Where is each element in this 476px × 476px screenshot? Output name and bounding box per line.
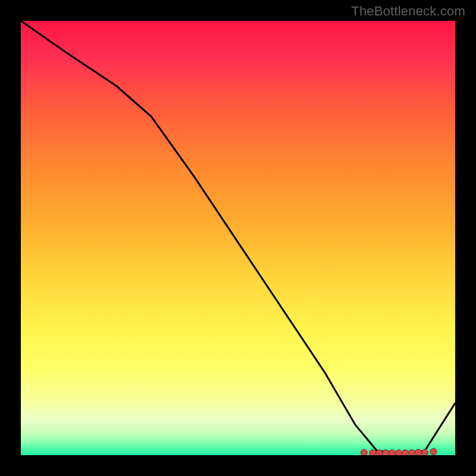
marker-dot <box>409 450 415 455</box>
marker-dot <box>402 450 409 455</box>
curve-line <box>21 21 455 453</box>
marker-dot <box>383 450 389 455</box>
marker-dot <box>396 450 402 455</box>
marker-dot <box>415 449 421 455</box>
plot-area <box>21 21 455 455</box>
marker-group <box>361 449 437 455</box>
watermark-text: TheBottleneck.com <box>351 4 465 19</box>
marker-dot <box>369 450 376 455</box>
chart-container: TheBottleneck.com <box>0 0 476 476</box>
chart-svg <box>21 21 455 455</box>
marker-dot <box>389 450 396 455</box>
marker-dot <box>361 449 367 455</box>
marker-dot <box>421 449 428 455</box>
marker-dot <box>376 450 383 455</box>
marker-dot <box>430 449 437 455</box>
